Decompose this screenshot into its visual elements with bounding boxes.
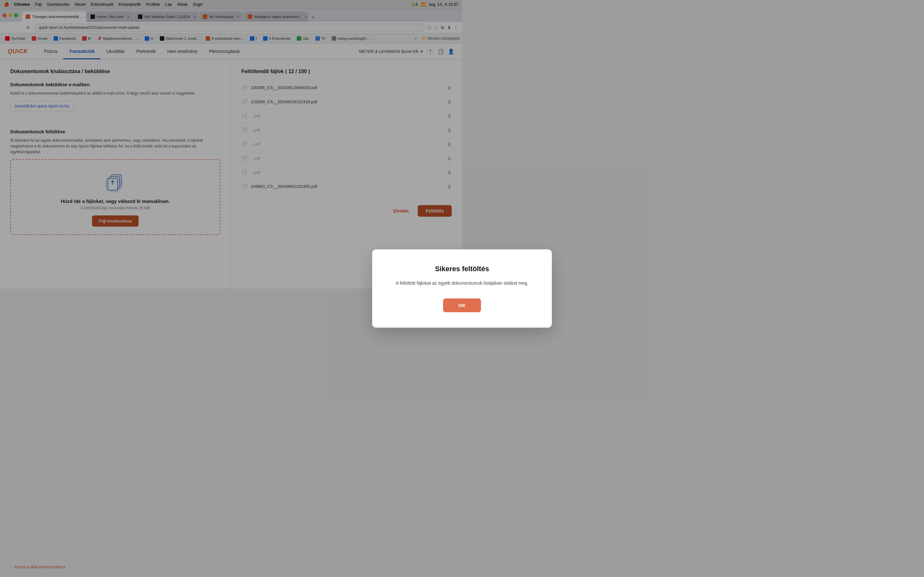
modal-box: Sikeres feltöltés A feltöltött fájlokat … — [372, 250, 462, 288]
modal-message: A feltöltött fájlokat az egyéb dokumentu… — [393, 279, 462, 287]
modal-title: Sikeres feltöltés — [393, 265, 462, 273]
modal-overlay: Sikeres feltöltés A feltöltött fájlokat … — [0, 0, 462, 288]
